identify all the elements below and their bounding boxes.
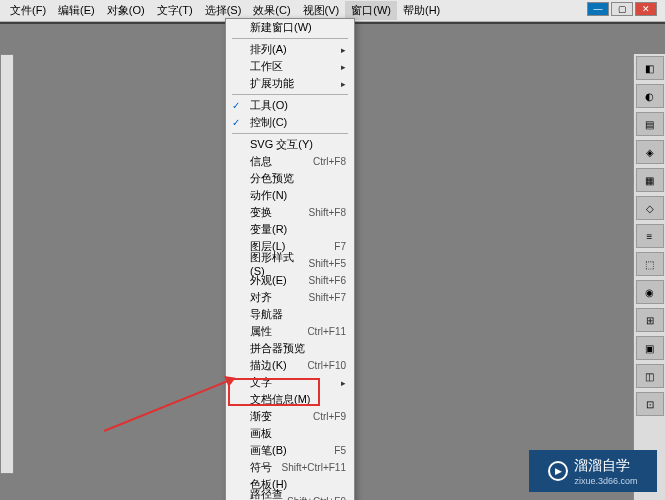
panel-icon-8[interactable]: ◉ xyxy=(636,280,664,304)
left-toolbox[interactable] xyxy=(0,54,14,474)
menu-item-[interactable]: 拼合器预览 xyxy=(226,340,354,357)
menu-item-label: SVG 交互(Y) xyxy=(250,137,313,152)
highlight-box xyxy=(228,378,320,406)
menu-item-shortcut: Ctrl+F9 xyxy=(313,411,346,422)
maximize-button[interactable]: ▢ xyxy=(611,2,633,16)
menu-edit[interactable]: 编辑(E) xyxy=(52,1,101,20)
menu-item-shortcut: F5 xyxy=(334,445,346,456)
menu-item-[interactable]: 导航器 xyxy=(226,306,354,323)
menu-item-label: 信息 xyxy=(250,154,272,169)
menu-item-shortcut: Shift+F8 xyxy=(308,207,346,218)
menu-item-[interactable]: 信息Ctrl+F8 xyxy=(226,153,354,170)
menu-item-[interactable]: 变换Shift+F8 xyxy=(226,204,354,221)
watermark-brand: 溜溜自学 xyxy=(574,457,637,475)
menu-item-shortcut: Shift+Ctrl+F11 xyxy=(282,462,346,473)
menu-item-shortcut: Shift+F5 xyxy=(308,258,346,269)
menu-type[interactable]: 文字(T) xyxy=(151,1,199,20)
menu-item-label: 工具(O) xyxy=(250,98,288,113)
menu-item-shortcut: F7 xyxy=(334,241,346,252)
menu-item-W[interactable]: 新建窗口(W) xyxy=(226,19,354,36)
menu-item-P[interactable]: 路径查找器(P)Shift+Ctrl+F9 xyxy=(226,493,354,500)
menu-item-SVGY[interactable]: SVG 交互(Y) xyxy=(226,136,354,153)
panel-icon-7[interactable]: ⬚ xyxy=(636,252,664,276)
menu-item-[interactable]: 渐变Ctrl+F9 xyxy=(226,408,354,425)
check-icon: ✓ xyxy=(232,100,240,111)
menu-item-label: 变量(R) xyxy=(250,222,287,237)
menu-separator xyxy=(232,133,348,134)
menu-item-O[interactable]: ✓工具(O) xyxy=(226,97,354,114)
menu-item-[interactable]: 符号Shift+Ctrl+F11 xyxy=(226,459,354,476)
menu-item-shortcut: Shift+F7 xyxy=(308,292,346,303)
menu-item-[interactable]: 扩展功能 xyxy=(226,75,354,92)
menu-item-R[interactable]: 变量(R) xyxy=(226,221,354,238)
right-panels: ◧◐▤◈▦◇≡⬚◉⊞▣◫⊡ xyxy=(633,54,665,500)
menu-item-shortcut: Shift+F6 xyxy=(308,275,346,286)
menu-item-E[interactable]: 外观(E)Shift+F6 xyxy=(226,272,354,289)
menu-item-C[interactable]: ✓控制(C) xyxy=(226,114,354,131)
play-icon: ▶ xyxy=(548,461,568,481)
menu-item-shortcut: Shift+Ctrl+F9 xyxy=(287,496,346,500)
window-dropdown: 新建窗口(W)排列(A)工作区扩展功能✓工具(O)✓控制(C)SVG 交互(Y)… xyxy=(225,18,355,500)
panel-icon-2[interactable]: ▤ xyxy=(636,112,664,136)
menu-item-label: 导航器 xyxy=(250,307,283,322)
window-controls: — ▢ ✕ xyxy=(587,2,657,16)
menu-object[interactable]: 对象(O) xyxy=(101,1,151,20)
menu-item-label: 工作区 xyxy=(250,59,283,74)
panel-icon-12[interactable]: ⊡ xyxy=(636,392,664,416)
panel-icon-0[interactable]: ◧ xyxy=(636,56,664,80)
menu-separator xyxy=(232,94,348,95)
menu-item-label: 符号 xyxy=(250,460,272,475)
check-icon: ✓ xyxy=(232,117,240,128)
minimize-button[interactable]: — xyxy=(587,2,609,16)
panel-icon-6[interactable]: ≡ xyxy=(636,224,664,248)
panel-icon-1[interactable]: ◐ xyxy=(636,84,664,108)
menu-file[interactable]: 文件(F) xyxy=(4,1,52,20)
panel-icon-3[interactable]: ◈ xyxy=(636,140,664,164)
menu-item-label: 渐变 xyxy=(250,409,272,424)
menu-item-label: 对齐 xyxy=(250,290,272,305)
menu-item-label: 拼合器预览 xyxy=(250,341,305,356)
menu-item-label: 新建窗口(W) xyxy=(250,20,312,35)
menu-item-shortcut: Ctrl+F10 xyxy=(307,360,346,371)
menu-item-H[interactable]: 色板(H) xyxy=(226,476,354,493)
menu-item-shortcut: Ctrl+F8 xyxy=(313,156,346,167)
menu-item-label: 分色预览 xyxy=(250,171,294,186)
panel-icon-11[interactable]: ◫ xyxy=(636,364,664,388)
menu-item-[interactable]: 工作区 xyxy=(226,58,354,75)
panel-icon-9[interactable]: ⊞ xyxy=(636,308,664,332)
menu-item-label: 外观(E) xyxy=(250,273,287,288)
panel-icon-5[interactable]: ◇ xyxy=(636,196,664,220)
menu-item-N[interactable]: 动作(N) xyxy=(226,187,354,204)
watermark-url: zixue.3d66.com xyxy=(574,476,637,486)
menu-item-label: 变换 xyxy=(250,205,272,220)
panel-icon-10[interactable]: ▣ xyxy=(636,336,664,360)
menu-item-label: 路径查找器(P) xyxy=(250,487,287,501)
menu-item-label: 控制(C) xyxy=(250,115,287,130)
menu-item-shortcut: Ctrl+F11 xyxy=(307,326,346,337)
panel-icon-4[interactable]: ▦ xyxy=(636,168,664,192)
menu-item-label: 扩展功能 xyxy=(250,76,294,91)
menu-item-A[interactable]: 排列(A) xyxy=(226,41,354,58)
menu-item-label: 画板 xyxy=(250,426,272,441)
menu-help[interactable]: 帮助(H) xyxy=(397,1,446,20)
menu-item-[interactable]: 对齐Shift+F7 xyxy=(226,289,354,306)
menu-item-B[interactable]: 画笔(B)F5 xyxy=(226,442,354,459)
close-button[interactable]: ✕ xyxy=(635,2,657,16)
watermark: ▶ 溜溜自学 zixue.3d66.com xyxy=(529,450,657,492)
menu-item-S[interactable]: 图形样式(S)Shift+F5 xyxy=(226,255,354,272)
menu-item-label: 描边(K) xyxy=(250,358,287,373)
menu-item-label: 画笔(B) xyxy=(250,443,287,458)
menu-item-label: 属性 xyxy=(250,324,272,339)
menu-item-label: 动作(N) xyxy=(250,188,287,203)
menu-item-label: 排列(A) xyxy=(250,42,287,57)
menu-item-K[interactable]: 描边(K)Ctrl+F10 xyxy=(226,357,354,374)
menu-item-[interactable]: 属性Ctrl+F11 xyxy=(226,323,354,340)
menu-item-[interactable]: 画板 xyxy=(226,425,354,442)
menu-separator xyxy=(232,38,348,39)
menu-item-[interactable]: 分色预览 xyxy=(226,170,354,187)
